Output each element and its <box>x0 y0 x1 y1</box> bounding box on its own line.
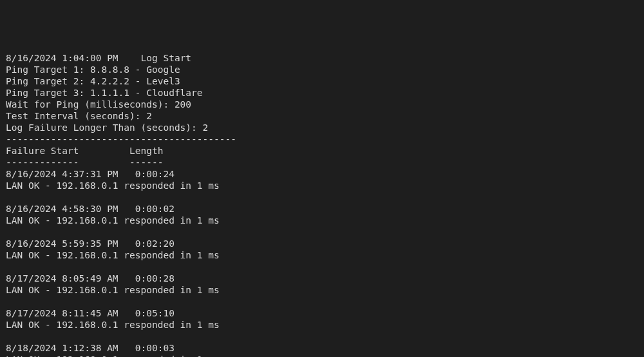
failure-entry-line: 8/16/2024 4:58:30 PM 0:00:02 <box>6 203 638 215</box>
settings-line: Test Interval (seconds): 2 <box>6 110 638 122</box>
blank-line <box>6 296 638 307</box>
lan-status-line: LAN OK - 192.168.0.1 responded in 1 ms <box>6 249 638 261</box>
lan-status-line: LAN OK - 192.168.0.1 responded in 1 ms <box>6 319 638 331</box>
ping-target-line: Ping Target 2: 4.2.2.2 - Level3 <box>6 75 638 87</box>
failure-entry-line: 8/16/2024 5:59:35 PM 0:02:20 <box>6 238 638 249</box>
column-divider: ------------- ------ <box>6 157 638 168</box>
lan-status-line: LAN OK - 192.168.0.1 responded in 1 ms <box>6 284 638 296</box>
log-start-timestamp: 8/16/2024 1:04:00 PM <box>6 53 118 63</box>
blank-line <box>6 331 638 342</box>
blank-line <box>6 226 638 238</box>
failure-entry-line: 8/17/2024 8:05:49 AM 0:00:28 <box>6 273 638 284</box>
lan-status-line: LAN OK - 192.168.0.1 responded in 1 ms <box>6 215 638 226</box>
log-start-label: Log Start <box>141 53 192 63</box>
ping-target-line: Ping Target 1: 8.8.8.8 - Google <box>6 64 638 75</box>
lan-status-line: LAN OK - 192.168.0.1 responded in 1 ms <box>6 354 638 357</box>
column-header: Failure Start Length <box>6 145 638 157</box>
failure-entry-line: 8/16/2024 4:37:31 PM 0:00:24 <box>6 168 638 180</box>
ping-target-line: Ping Target 3: 1.1.1.1 - Cloudflare <box>6 87 638 99</box>
failure-entry-line: 8/17/2024 8:11:45 AM 0:05:10 <box>6 307 638 319</box>
lan-status-line: LAN OK - 192.168.0.1 responded in 1 ms <box>6 180 638 191</box>
divider: ----------------------------------------… <box>6 133 638 145</box>
blank-line <box>6 261 638 273</box>
failure-entry-line: 8/18/2024 1:12:38 AM 0:00:03 <box>6 342 638 354</box>
log-output: 8/16/2024 1:04:00 PM Log StartPing Targe… <box>6 52 638 357</box>
log-header-line: 8/16/2024 1:04:00 PM Log Start <box>6 52 638 64</box>
settings-line: Wait for Ping (milliseconds): 200 <box>6 99 638 110</box>
blank-line <box>6 191 638 203</box>
settings-line: Log Failure Longer Than (seconds): 2 <box>6 122 638 133</box>
